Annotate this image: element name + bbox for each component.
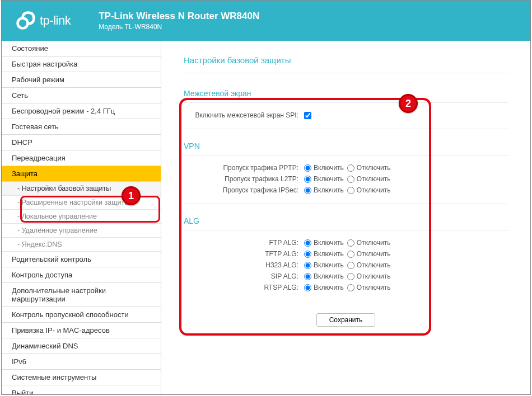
alg-off-label-4: Отключить	[357, 284, 391, 291]
sidebar-nav: СостояниеБыстрая настройкаРабочий режимС…	[2, 41, 161, 394]
alg-control-4: ВключитьОтключить	[304, 284, 391, 291]
sidebar-item-8[interactable]: Защита	[2, 166, 161, 182]
vpn-on-radio-0[interactable]	[304, 164, 311, 172]
sidebar-item-17[interactable]: Выйти	[2, 385, 161, 394]
sidebar-item-15[interactable]: IPv6	[2, 354, 161, 370]
sidebar-item-9[interactable]: Родительский контроль	[2, 252, 161, 267]
alg-row-4: RTSP ALG:ВключитьОтключить	[184, 282, 508, 293]
alg-on-label-1: Включить	[314, 250, 344, 258]
vpn-control-1: ВключитьОтключить	[304, 175, 391, 183]
sidebar-item-11[interactable]: Дополнительные настройки маршрутизации	[2, 283, 161, 307]
vpn-off-radio-1[interactable]	[347, 176, 354, 183]
vpn-off-radio-0[interactable]	[347, 164, 354, 172]
firewall-title: Межсетевой экран	[184, 89, 508, 103]
annotation-badge-2: 2	[399, 94, 418, 113]
alg-on-option-3[interactable]: Включить	[304, 272, 344, 280]
vpn-off-option-0[interactable]: Отключить	[347, 164, 391, 172]
alg-off-label-2: Отключить	[357, 261, 391, 269]
spi-row: Включить межсетевой экран SPI:	[184, 110, 508, 121]
sidebar-item-14[interactable]: Динамический DNS	[2, 338, 161, 354]
sidebar-item-13[interactable]: Привязка IP- и MAC-адресов	[2, 323, 161, 338]
vpn-off-label-1: Отключить	[357, 175, 391, 183]
sidebar-item-6[interactable]: DHCP	[2, 135, 161, 150]
sidebar-item-0[interactable]: Состояние	[2, 41, 161, 56]
sidebar-item-16[interactable]: Системные инструменты	[2, 370, 161, 385]
alg-on-label-4: Включить	[314, 284, 344, 291]
sidebar-item-5[interactable]: Гостевая сеть	[2, 119, 161, 135]
sidebar-item-4[interactable]: Беспроводной режим - 2,4 ГГц	[2, 103, 161, 119]
alg-off-radio-1[interactable]	[347, 251, 354, 258]
alg-label-2: H323 ALG:	[184, 261, 304, 269]
alg-on-option-1[interactable]: Включить	[304, 250, 344, 258]
alg-on-radio-4[interactable]	[304, 284, 311, 291]
alg-on-label-2: Включить	[314, 261, 344, 269]
alg-label-0: FTP ALG:	[184, 239, 304, 247]
save-button[interactable]: Сохранить	[316, 313, 376, 327]
alg-row-1: TFTP ALG:ВключитьОтключить	[184, 248, 508, 260]
alg-on-radio-0[interactable]	[304, 239, 311, 247]
vpn-off-option-1[interactable]: Отключить	[347, 175, 391, 183]
vpn-on-label-2: Включить	[314, 186, 344, 194]
alg-row-2: H323 ALG:ВключитьОтключить	[184, 260, 508, 271]
vpn-row-2: Пропуск трафика IPSec:ВключитьОтключить	[184, 185, 508, 196]
alg-off-radio-0[interactable]	[347, 239, 354, 247]
alg-on-radio-2[interactable]	[304, 262, 311, 269]
alg-on-option-0[interactable]: Включить	[304, 239, 344, 247]
alg-off-option-1[interactable]: Отключить	[347, 250, 391, 258]
vpn-on-radio-1[interactable]	[304, 176, 311, 183]
vpn-label-0: Пропуск трафика PPTP:	[184, 164, 304, 172]
vpn-off-label-2: Отключить	[357, 186, 391, 194]
alg-on-option-4[interactable]: Включить	[304, 284, 344, 291]
alg-off-option-0[interactable]: Отключить	[347, 239, 391, 247]
alg-off-option-4[interactable]: Отключить	[347, 284, 391, 291]
alg-off-option-3[interactable]: Отключить	[347, 272, 391, 280]
alg-off-label-0: Отключить	[357, 239, 391, 247]
product-title: TP-Link Wireless N Router WR840N	[99, 11, 259, 22]
alg-on-label-3: Включить	[314, 272, 344, 280]
vpn-on-option-0[interactable]: Включить	[304, 164, 344, 172]
alg-off-radio-2[interactable]	[347, 262, 354, 269]
svg-point-0	[18, 18, 28, 29]
vpn-on-option-2[interactable]: Включить	[304, 186, 344, 194]
vpn-off-label-0: Отключить	[357, 164, 391, 172]
alg-off-radio-4[interactable]	[347, 284, 354, 291]
sidebar-subitem-8-4[interactable]: - Яндекс.DNS	[2, 238, 161, 252]
sidebar-item-7[interactable]: Переадресация	[2, 150, 161, 166]
firewall-section: Межсетевой экран Включить межсетевой экр…	[184, 89, 508, 129]
alg-row-0: FTP ALG:ВключитьОтключить	[184, 237, 508, 248]
sidebar-item-2[interactable]: Рабочий режим	[2, 72, 161, 88]
vpn-on-label-0: Включить	[314, 164, 344, 172]
sidebar-item-10[interactable]: Контроль доступа	[2, 267, 161, 283]
alg-label-4: RTSP ALG:	[184, 284, 304, 291]
app-window: tp-link TP-Link Wireless N Router WR840N…	[1, 0, 531, 395]
alg-on-radio-3[interactable]	[304, 273, 311, 280]
sidebar-item-3[interactable]: Сеть	[2, 88, 161, 103]
alg-off-option-2[interactable]: Отключить	[347, 261, 391, 269]
spi-label: Включить межсетевой экран SPI:	[184, 111, 304, 119]
vpn-label-1: Пропуск трафика L2TP:	[184, 175, 304, 183]
save-row: Сохранить	[184, 313, 508, 327]
alg-control-3: ВключитьОтключить	[304, 272, 391, 280]
sidebar-item-1[interactable]: Быстрая настройка	[2, 56, 161, 72]
alg-control-1: ВключитьОтключить	[304, 250, 391, 258]
alg-control-0: ВключитьОтключить	[304, 239, 391, 247]
sidebar-subitem-8-3[interactable]: - Удалённое управление	[2, 224, 161, 238]
vpn-title: VPN	[184, 142, 508, 155]
vpn-on-radio-2[interactable]	[304, 187, 311, 194]
alg-title: ALG	[184, 216, 508, 230]
sidebar-item-12[interactable]: Контроль пропускной способности	[2, 307, 161, 323]
sidebar-subitem-8-2[interactable]: - Локальное управление	[2, 210, 161, 224]
vpn-off-option-2[interactable]: Отключить	[347, 186, 391, 194]
alg-off-radio-3[interactable]	[347, 273, 354, 280]
vpn-label-2: Пропуск трафика IPSec:	[184, 186, 304, 194]
alg-on-radio-1[interactable]	[304, 251, 311, 258]
model-label: Модель TL-WR840N	[99, 23, 259, 31]
brand-logo: tp-link	[15, 11, 71, 31]
main-panel: Настройки базовой защиты Межсетевой экра…	[161, 41, 530, 394]
vpn-off-radio-2[interactable]	[347, 187, 354, 194]
alg-on-option-2[interactable]: Включить	[304, 261, 344, 269]
spi-checkbox[interactable]	[304, 112, 311, 119]
vpn-row-1: Пропуск трафика L2TP:ВключитьОтключить	[184, 173, 508, 185]
vpn-on-option-1[interactable]: Включить	[304, 175, 344, 183]
vpn-row-0: Пропуск трафика PPTP:ВключитьОтключить	[184, 162, 508, 173]
